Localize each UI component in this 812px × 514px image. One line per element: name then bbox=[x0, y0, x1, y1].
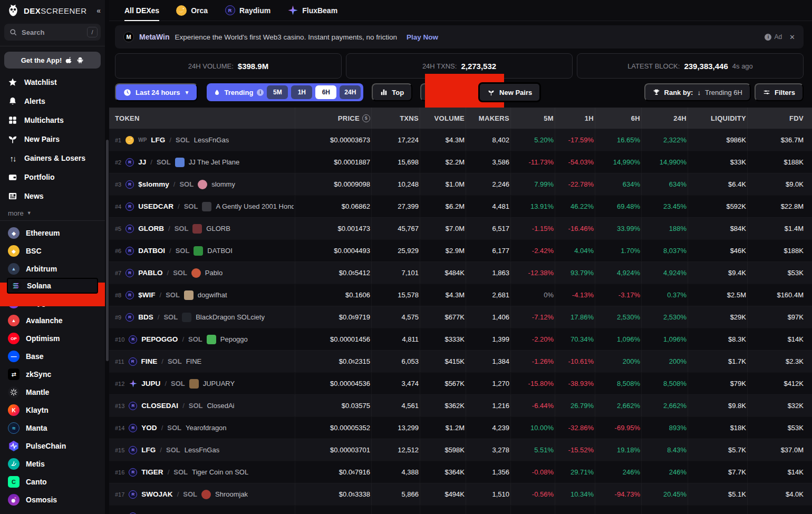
sidebar-chain-canto[interactable]: CCanto bbox=[0, 473, 105, 491]
rank-by-button[interactable]: Rank by: ↓ Trending 6H bbox=[644, 83, 751, 101]
token-cell[interactable]: #4RUSEDCAR/SOLA Gently Used 2001 Honda C bbox=[109, 196, 295, 217]
tab-orca[interactable]: Orca bbox=[176, 0, 208, 21]
table-row[interactable]: #6RDATBOI/SOLDATBOI$0.000449325,929$2.9M… bbox=[109, 239, 812, 261]
ad-banner[interactable]: M MetaWin Experience the World's first W… bbox=[115, 25, 804, 49]
token-cell[interactable]: #2RJJ/SOLJJ The Jet Plane bbox=[109, 151, 295, 173]
column-header-price[interactable]: PRICE$ bbox=[295, 108, 371, 129]
table-row[interactable]: #18RTICKER/SOLName$0.0018074,368$412K1,0… bbox=[109, 505, 812, 514]
sidebar-chain-ethereum[interactable]: ◆Ethereum bbox=[0, 224, 105, 242]
sidebar-chain-osmosis[interactable]: Osmosis bbox=[0, 491, 105, 509]
sidebar-chain-base[interactable]: —Base bbox=[0, 347, 105, 365]
column-header-volume[interactable]: VOLUME bbox=[420, 108, 466, 129]
collapse-sidebar-icon[interactable]: « bbox=[96, 6, 101, 15]
token-cell[interactable]: #8R$WIF/SOLdogwifhat bbox=[109, 284, 295, 306]
tab-raydium[interactable]: RRaydium bbox=[225, 0, 270, 21]
trending-range-6h[interactable]: 6H bbox=[315, 85, 336, 99]
table-row[interactable]: #4RUSEDCAR/SOLA Gently Used 2001 Honda C… bbox=[109, 195, 812, 217]
sidebar-item-new-pairs[interactable]: New Pairs bbox=[0, 130, 105, 149]
table-row[interactable]: #1WPLFG/SOLLessFnGas$0.0000367317,224$4.… bbox=[109, 129, 812, 151]
change-24h-cell: 8,508% bbox=[641, 373, 688, 394]
sidebar-more[interactable]: more ▼ bbox=[0, 206, 105, 220]
sidebar-item-multicharts[interactable]: Multicharts bbox=[0, 111, 105, 130]
tab-fluxbeam[interactable]: FluxBeam bbox=[287, 0, 337, 21]
token-cell[interactable]: #12JUPU/SOLJUPUARY bbox=[109, 373, 295, 394]
makers-cell: 1,863 bbox=[466, 262, 510, 284]
sidebar-chain-pulsechain[interactable]: PulseChain bbox=[0, 437, 105, 455]
search-box[interactable]: / bbox=[4, 24, 101, 41]
token-cell[interactable]: #3R$slommy/SOLslommy bbox=[109, 173, 295, 195]
sidebar-chain-klaytn[interactable]: KKlaytn bbox=[0, 401, 105, 419]
token-cell[interactable]: #18RTICKER/SOLName bbox=[109, 506, 295, 514]
sidebar-chain-avalanche[interactable]: ▲Avalanche bbox=[0, 312, 105, 329]
token-cell[interactable]: #7RPABLO/SOLPablo bbox=[109, 262, 295, 284]
table-row[interactable]: #3R$slommy/SOLslommy$0.000909810,248$1.0… bbox=[109, 173, 812, 195]
sidebar-item-watchlist[interactable]: Watchlist bbox=[0, 73, 105, 92]
sidebar-chain-bsc[interactable]: ◆BSC bbox=[0, 242, 105, 260]
table-row[interactable]: #5RGLORB/SOLGLORB$0.00147345,767$7.0M6,5… bbox=[109, 217, 812, 239]
column-header-1h[interactable]: 1H bbox=[555, 108, 595, 129]
table-row[interactable]: #7RPABLO/SOLPablo$0.0554127,101$484K1,86… bbox=[109, 261, 812, 284]
top-button[interactable]: Top bbox=[372, 83, 412, 101]
table-row[interactable]: #13RCLOSEDAI/SOLClosedAi$0.035754,561$36… bbox=[109, 394, 812, 416]
sidebar-item-portfolio[interactable]: Portfolio bbox=[0, 168, 105, 187]
table-row[interactable]: #10RPEPOGGO/SOLPepoggo$0.000014564,811$3… bbox=[109, 328, 812, 350]
table-row[interactable]: #16RTIGER/SOLTiger Coin on SOL$0.0679164… bbox=[109, 461, 812, 483]
token-cell[interactable]: #9RBDS/SOLBlackDragon SOLciety bbox=[109, 306, 295, 328]
column-header-fdv[interactable]: FDV bbox=[747, 108, 812, 129]
table-row[interactable]: #17RSWOJAK/SOLShroomjak$0.0533385,866$49… bbox=[109, 483, 812, 505]
column-header-24h[interactable]: 24H bbox=[641, 108, 688, 129]
table-row[interactable]: #15RLFG/SOLLessFnGas$0.0000370112,512$59… bbox=[109, 439, 812, 461]
close-icon[interactable]: ✕ bbox=[789, 33, 795, 41]
raydium-icon: R bbox=[129, 468, 137, 477]
column-header-6h[interactable]: 6H bbox=[595, 108, 641, 129]
column-header-token[interactable]: TOKEN bbox=[109, 108, 295, 129]
sidebar-chain-solana[interactable]: Solana bbox=[7, 278, 98, 294]
fdv-cell: $2.3K bbox=[747, 351, 812, 372]
table-row[interactable]: #8R$WIF/SOLdogwifhat$0.160615,578$4.3M2,… bbox=[109, 284, 812, 306]
trending-range-1h[interactable]: 1H bbox=[291, 85, 312, 99]
token-cell[interactable]: #5RGLORB/SOLGLORB bbox=[109, 218, 295, 239]
ad-cta-link[interactable]: Play Now bbox=[407, 33, 438, 41]
table-row[interactable]: #9RBDS/SOLBlackDragon SOLciety$0.0597194… bbox=[109, 306, 812, 328]
token-cell[interactable]: #14RYOD/SOLYearofdragon bbox=[109, 417, 295, 439]
token-cell[interactable]: #16RTIGER/SOLTiger Coin on SOL bbox=[109, 461, 295, 483]
token-cell[interactable]: #6RDATBOI/SOLDATBOI bbox=[109, 240, 295, 261]
filters-button[interactable]: Filters bbox=[755, 83, 804, 101]
token-cell[interactable]: #10RPEPOGGO/SOLPepoggo bbox=[109, 328, 295, 350]
search-input[interactable] bbox=[22, 28, 87, 36]
change-6h-cell: 15,802% bbox=[595, 506, 641, 514]
table-row[interactable]: #12JUPU/SOLJUPUARY$0.000045363,474$567K1… bbox=[109, 372, 812, 394]
token-cell[interactable]: #11RFINE/SOLFINE bbox=[109, 351, 295, 372]
pulsechain-icon bbox=[8, 440, 20, 452]
sidebar-scrollbar[interactable] bbox=[106, 140, 109, 361]
token-cell[interactable]: #13RCLOSEDAI/SOLClosedAi bbox=[109, 395, 295, 416]
time-range-button[interactable]: Last 24 hours ▼ bbox=[115, 83, 198, 101]
sidebar-item-news[interactable]: News bbox=[0, 187, 105, 206]
usd-toggle-icon[interactable]: $ bbox=[362, 114, 370, 122]
txns-cell: 17,224 bbox=[371, 129, 420, 151]
column-header-makers[interactable]: MAKERS bbox=[466, 108, 510, 129]
trending-range-24h[interactable]: 24H bbox=[340, 85, 361, 99]
sidebar-chain-arbitrum[interactable]: ▲Arbitrum bbox=[0, 260, 105, 278]
sidebar-chain-optimism[interactable]: OPOptimism bbox=[0, 329, 105, 347]
new-pairs-button[interactable]: New Pairs bbox=[478, 82, 541, 102]
column-header-5m[interactable]: 5M bbox=[510, 108, 555, 129]
table-row[interactable]: #2RJJ/SOLJJ The Jet Plane$0.000188715,69… bbox=[109, 151, 812, 173]
sidebar-chain-mantle[interactable]: Mantle bbox=[0, 383, 105, 401]
table-row[interactable]: #11RFINE/SOLFINE$0.0523156,053$415K1,384… bbox=[109, 350, 812, 372]
table-row[interactable]: #14RYOD/SOLYearofdragon$0.0000535213,299… bbox=[109, 416, 812, 439]
sidebar-item-gainers-losers[interactable]: ↑↓Gainers & Losers bbox=[0, 149, 105, 168]
column-header-liquidity[interactable]: LIQUIDITY bbox=[688, 108, 747, 129]
tab-all-dexes[interactable]: All DEXes bbox=[124, 0, 159, 21]
sidebar-chain-manta[interactable]: ≈Manta bbox=[0, 419, 105, 437]
trending-range-5m[interactable]: 5M bbox=[267, 85, 288, 99]
sidebar-item-alerts[interactable]: Alerts bbox=[0, 92, 105, 111]
sidebar-chain-zksync[interactable]: ⇄zkSync bbox=[0, 365, 105, 383]
token-cell[interactable]: #17RSWOJAK/SOLShroomjak bbox=[109, 483, 295, 505]
column-header-txns[interactable]: TXNS bbox=[371, 108, 420, 129]
token-cell[interactable]: #1WPLFG/SOLLessFnGas bbox=[109, 129, 295, 151]
get-app-button[interactable]: Get the App! bbox=[4, 52, 101, 69]
sidebar-chain-metis[interactable]: Metis bbox=[0, 455, 105, 473]
change-1h-cell: 4.04% bbox=[555, 240, 595, 261]
token-cell[interactable]: #15RLFG/SOLLessFnGas bbox=[109, 439, 295, 461]
